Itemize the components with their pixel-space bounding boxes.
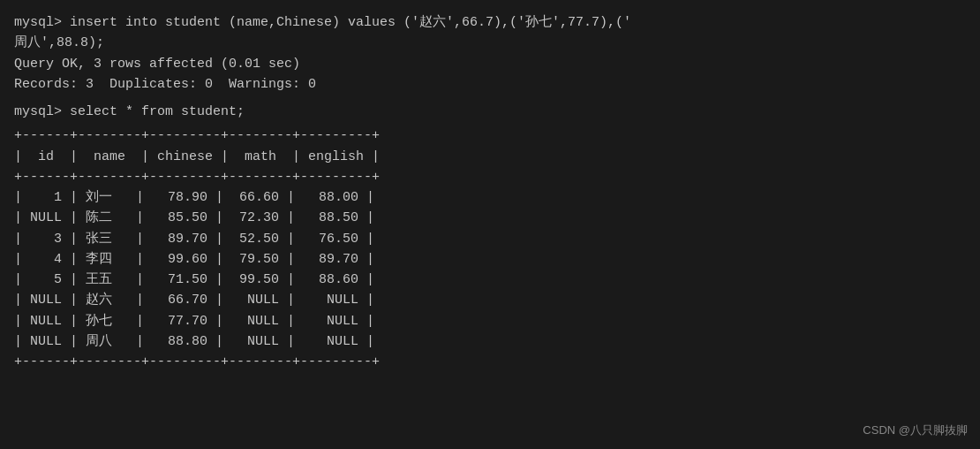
insert-line-1: mysql> insert into student (name,Chinese… [14,12,966,33]
table-row: | NULL | 周八 | 88.80 | NULL | NULL | [14,331,966,352]
table-row: | NULL | 赵六 | 66.70 | NULL | NULL | [14,290,966,310]
separator-header: +------+--------+---------+--------+----… [14,167,966,187]
table-row: | 3 | 张三 | 89.70 | 52.50 | 76.50 | [14,229,966,249]
table-header: | id | name | chinese | math | english | [14,147,966,167]
watermark: CSDN @八只脚抜脚 [863,422,968,438]
select-query-line: mysql> select * from student; [14,102,966,122]
records-line: Records: 3 Duplicates: 0 Warnings: 0 [14,74,966,95]
table-row: | NULL | 孙七 | 77.70 | NULL | NULL | [14,311,966,331]
table-row: | 4 | 李四 | 99.60 | 79.50 | 89.70 | [14,249,966,270]
terminal: mysql> insert into student (name,Chinese… [0,0,980,449]
query-ok-line: Query OK, 3 rows affected (0.01 sec) [14,54,966,74]
separator-top: +------+--------+---------+--------+----… [14,126,966,146]
table-row: | 5 | 王五 | 71.50 | 99.50 | 88.60 | [14,270,966,290]
result-table: +------+--------+---------+--------+----… [14,126,966,372]
table-row: | NULL | 陈二 | 85.50 | 72.30 | 88.50 | [14,208,966,228]
separator-bottom: +------+--------+---------+--------+----… [14,352,966,372]
table-row: | 1 | 刘一 | 78.90 | 66.60 | 88.00 | [14,187,966,208]
insert-line-2: 周八',88.8); [14,33,966,53]
